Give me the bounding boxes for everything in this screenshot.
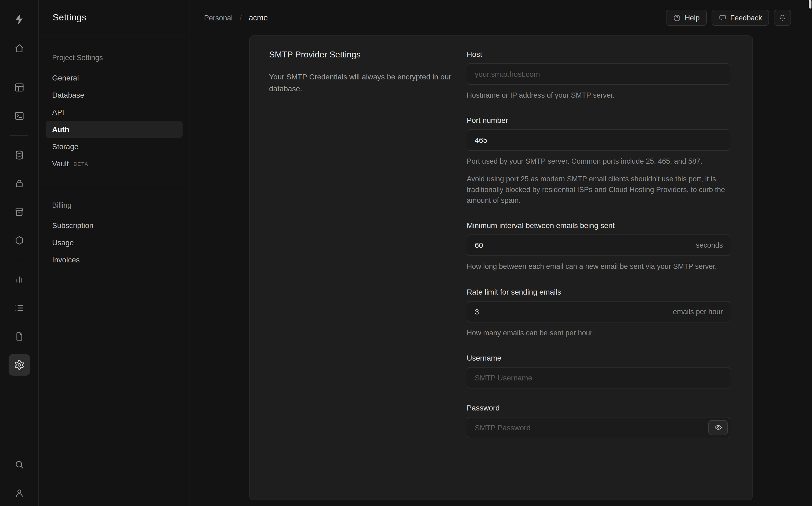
settings-gear-icon[interactable] (8, 354, 30, 375)
scrollbar-thumb[interactable] (809, 0, 811, 9)
sidebar-item-api[interactable]: API (46, 103, 182, 121)
rail-divider (10, 135, 28, 136)
rail-divider (10, 68, 28, 68)
rate-limit-field-group: Rate limit for sending emails emails per… (467, 287, 730, 339)
search-icon[interactable] (8, 454, 30, 476)
interval-input[interactable] (467, 235, 730, 256)
app-window: Settings Project Settings General Databa… (0, 0, 812, 506)
sidebar-title: Settings (39, 0, 190, 35)
username-field-group: Username (467, 354, 730, 389)
sidebar-item-database[interactable]: Database (46, 86, 182, 103)
database-icon[interactable] (8, 144, 30, 166)
feedback-button-label: Feedback (730, 14, 762, 22)
host-field-group: Host Hostname or IP address of your SMTP… (467, 50, 730, 101)
help-button-label: Help (685, 14, 700, 22)
table-editor-icon[interactable] (8, 77, 30, 98)
interval-help-text: How long between each email can a new em… (467, 262, 730, 273)
breadcrumb-org[interactable]: Personal (204, 14, 233, 22)
port-label: Port number (467, 116, 730, 125)
rate-limit-input[interactable] (467, 301, 730, 322)
beta-badge: BETA (74, 161, 88, 167)
sidebar-item-usage[interactable]: Usage (46, 234, 182, 251)
docs-icon[interactable] (8, 326, 30, 347)
rate-limit-label: Rate limit for sending emails (467, 287, 730, 296)
user-account-icon[interactable] (8, 482, 30, 504)
panel-title: SMTP Provider Settings (269, 50, 455, 60)
logs-icon[interactable] (8, 297, 30, 319)
host-help-text: Hostname or IP address of your SMTP serv… (467, 90, 730, 101)
auth-lock-icon[interactable] (8, 173, 30, 194)
settings-sidebar: Settings Project Settings General Databa… (39, 0, 190, 506)
sidebar-item-vault[interactable]: Vault BETA (46, 155, 182, 172)
section-heading-project-settings: Project Settings (46, 54, 182, 62)
speech-bubble-icon (718, 14, 726, 22)
edge-functions-icon[interactable] (8, 230, 30, 251)
rail-divider (10, 260, 28, 260)
sidebar-item-storage[interactable]: Storage (46, 138, 182, 155)
section-heading-billing: Billing (46, 201, 182, 209)
host-label: Host (467, 50, 730, 59)
sql-editor-icon[interactable] (8, 105, 30, 126)
sidebar-divider (39, 188, 190, 188)
feedback-button[interactable]: Feedback (711, 10, 769, 26)
help-circle-icon (673, 14, 681, 22)
password-label: Password (467, 404, 730, 412)
username-label: Username (467, 354, 730, 362)
breadcrumb: Personal / acme (204, 13, 268, 22)
sidebar-item-auth[interactable]: Auth (46, 121, 182, 138)
sidebar-item-general[interactable]: General (46, 69, 182, 86)
host-input[interactable] (467, 63, 730, 85)
breadcrumb-project[interactable]: acme (249, 13, 268, 22)
help-button[interactable]: Help (666, 10, 707, 26)
password-field-group: Password (467, 404, 730, 438)
main-area: Personal / acme Help Feedback (190, 0, 812, 506)
storage-icon[interactable] (8, 201, 30, 223)
notifications-button[interactable] (774, 10, 791, 26)
username-input[interactable] (467, 367, 730, 389)
port-help-text: Port used by your SMTP server. Common po… (467, 156, 730, 167)
panel-intro: SMTP Provider Settings Your SMTP Credent… (269, 50, 455, 500)
breadcrumb-separator: / (240, 13, 242, 22)
panel-description: Your SMTP Credentials will always be enc… (269, 71, 455, 95)
sidebar-item-vault-label: Vault (52, 159, 69, 168)
eye-icon (714, 424, 722, 432)
sidebar-item-invoices[interactable]: Invoices (46, 251, 182, 268)
port-warning-text: Avoid using port 25 as modern SMTP email… (467, 174, 730, 206)
reports-icon[interactable] (8, 269, 30, 290)
port-field-group: Port number Port used by your SMTP serve… (467, 116, 730, 206)
port-input[interactable] (467, 130, 730, 151)
content-area: SMTP Provider Settings Your SMTP Credent… (190, 35, 812, 506)
rate-limit-help-text: How many emails can be sent per hour. (467, 328, 730, 339)
interval-label: Minimum interval between emails being se… (467, 221, 730, 230)
reveal-password-button[interactable] (708, 420, 728, 435)
rail-bottom (8, 454, 30, 506)
sidebar-item-subscription[interactable]: Subscription (46, 217, 182, 234)
bell-icon (778, 13, 787, 22)
top-bar: Personal / acme Help Feedback (190, 0, 812, 35)
sidebar-nav: Project Settings General Database API Au… (39, 35, 190, 268)
icon-rail (0, 0, 39, 506)
smtp-settings-panel: SMTP Provider Settings Your SMTP Credent… (249, 35, 753, 500)
supabase-logo-icon[interactable] (8, 9, 30, 30)
interval-field-group: Minimum interval between emails being se… (467, 221, 730, 273)
topbar-actions: Help Feedback (666, 10, 791, 26)
home-icon[interactable] (8, 37, 30, 59)
smtp-form: Host Hostname or IP address of your SMTP… (467, 50, 730, 500)
password-input[interactable] (467, 417, 730, 438)
